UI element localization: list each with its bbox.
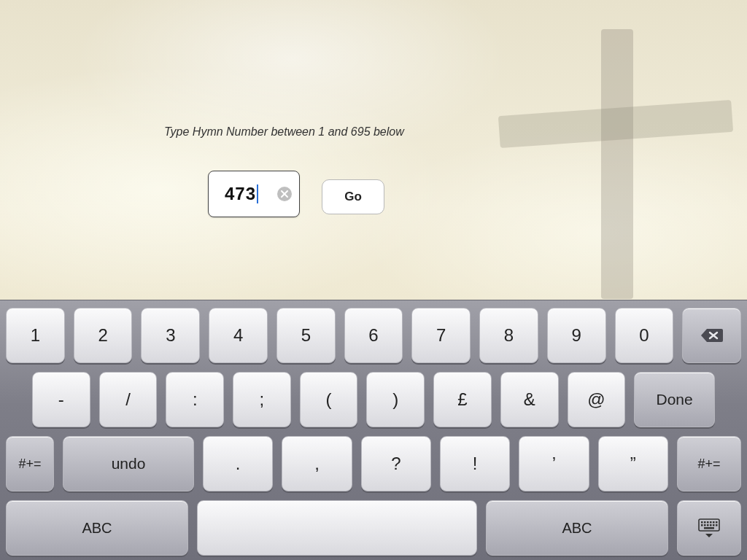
text-caret: [257, 184, 258, 203]
instruction-text: Type Hymn Number between 1 and 695 below: [164, 125, 404, 139]
key-8[interactable]: 8: [479, 308, 538, 363]
svg-rect-13: [707, 524, 709, 526]
svg-rect-10: [716, 521, 718, 524]
key-2[interactable]: 2: [74, 308, 133, 363]
svg-rect-7: [707, 521, 709, 524]
svg-rect-12: [704, 524, 706, 526]
key-6[interactable]: 6: [344, 308, 403, 363]
key-slash[interactable]: /: [99, 372, 158, 427]
svg-rect-5: [701, 521, 703, 524]
hide-keyboard-icon: [697, 518, 721, 538]
clear-input-button[interactable]: [277, 187, 292, 201]
key-apostrophe[interactable]: ’: [519, 436, 589, 491]
key-backspace[interactable]: [682, 308, 741, 363]
key-pound[interactable]: £: [433, 372, 492, 427]
svg-rect-14: [710, 524, 712, 526]
svg-rect-15: [713, 524, 715, 526]
keyboard-row-2: - / : ; ( ) £ & @ Done: [3, 372, 744, 427]
app-background: Type Hymn Number between 1 and 695 below…: [0, 0, 747, 300]
svg-rect-9: [713, 521, 715, 524]
key-quote[interactable]: ”: [598, 436, 668, 491]
key-space[interactable]: [197, 500, 477, 556]
keyboard: 1 2 3 4 5 6 7 8 9 0 - / : ; ( ) £ & @ Do…: [0, 300, 747, 560]
key-hide-keyboard[interactable]: [677, 500, 741, 556]
key-colon[interactable]: :: [166, 372, 224, 427]
key-ampersand[interactable]: &: [500, 372, 559, 427]
svg-rect-17: [704, 527, 714, 529]
key-0[interactable]: 0: [615, 308, 674, 363]
svg-rect-8: [710, 521, 712, 524]
clear-icon: [281, 190, 288, 198]
svg-rect-11: [701, 524, 703, 526]
key-at[interactable]: @: [568, 372, 626, 427]
key-7[interactable]: 7: [411, 308, 471, 363]
svg-rect-6: [704, 521, 706, 524]
key-abc-left[interactable]: ABC: [6, 500, 188, 556]
key-paren-open[interactable]: (: [300, 372, 358, 427]
key-9[interactable]: 9: [547, 308, 606, 363]
key-question[interactable]: ?: [361, 436, 431, 491]
key-abc-right[interactable]: ABC: [486, 500, 668, 556]
key-undo[interactable]: undo: [63, 436, 194, 491]
cross-graphic: [550, 29, 681, 299]
key-period[interactable]: .: [203, 436, 273, 491]
key-4[interactable]: 4: [209, 308, 268, 363]
key-done[interactable]: Done: [634, 372, 715, 427]
key-1[interactable]: 1: [6, 308, 65, 363]
key-semicolon[interactable]: ;: [233, 372, 291, 427]
key-comma[interactable]: ,: [282, 436, 352, 491]
go-button[interactable]: Go: [322, 179, 384, 214]
keyboard-row-3: #+= undo . , ? ! ’ ” #+=: [3, 436, 744, 491]
keyboard-row-1: 1 2 3 4 5 6 7 8 9 0: [3, 308, 744, 363]
key-3[interactable]: 3: [141, 308, 200, 363]
key-dash[interactable]: -: [32, 372, 90, 427]
key-5[interactable]: 5: [276, 308, 336, 363]
key-symbols-right[interactable]: #+=: [677, 436, 741, 491]
hymn-number-input[interactable]: 473: [208, 171, 300, 217]
svg-rect-16: [716, 524, 718, 526]
input-row: 473 Go: [208, 171, 384, 217]
key-exclaim[interactable]: !: [440, 436, 510, 491]
key-symbols-left[interactable]: #+=: [6, 436, 54, 491]
key-paren-close[interactable]: ): [366, 372, 425, 427]
backspace-icon: [700, 327, 724, 343]
hymn-number-value: 473: [225, 184, 256, 204]
keyboard-row-4: ABC ABC: [3, 500, 744, 556]
